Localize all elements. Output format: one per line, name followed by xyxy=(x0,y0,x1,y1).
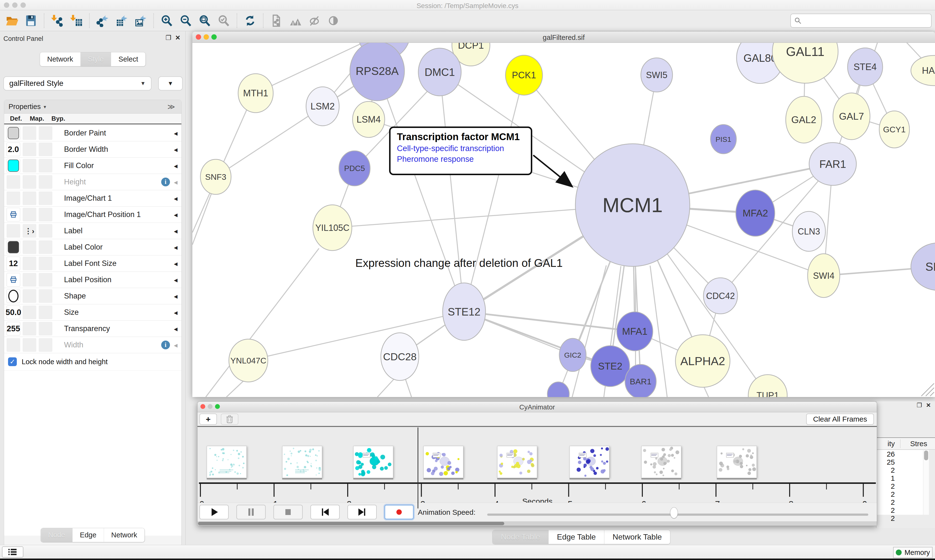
byp-cell[interactable] xyxy=(39,257,52,270)
zoom-fit-button[interactable] xyxy=(195,12,214,29)
skip-end-button[interactable] xyxy=(347,505,376,519)
def-cell[interactable] xyxy=(6,191,20,205)
network-edge[interactable] xyxy=(227,380,245,397)
network-node-gic2[interactable]: GIC2 xyxy=(559,338,586,371)
network-node-dmc1[interactable]: DMC1 xyxy=(418,48,461,96)
property-row-image-chart-position-1[interactable]: Image/Chart Position 1◂ xyxy=(4,206,181,223)
network-edge[interactable] xyxy=(406,379,412,397)
memory-button[interactable]: Memory xyxy=(893,547,933,558)
network-edge[interactable] xyxy=(926,388,934,396)
tab-select[interactable]: Select xyxy=(111,52,146,66)
map-cell[interactable] xyxy=(23,175,36,189)
network-edge[interactable] xyxy=(377,71,464,312)
expand-arrow-icon[interactable]: ◂ xyxy=(174,211,177,219)
network-edge[interactable] xyxy=(930,392,934,396)
pause-button[interactable] xyxy=(236,505,265,519)
network-node-rps28a[interactable]: RPS28A xyxy=(350,43,404,101)
table-cell[interactable]: 2 xyxy=(876,482,923,490)
table-cell[interactable]: 26 xyxy=(876,450,923,458)
map-cell[interactable] xyxy=(23,322,36,335)
network-node-slt2[interactable]: SLT2 xyxy=(911,243,935,291)
network-node-mfa1[interactable]: MFA1 xyxy=(617,312,653,351)
cyanimator-titlebar[interactable]: CyAnimator xyxy=(197,402,877,412)
tab-node[interactable]: Node xyxy=(41,528,73,542)
expand-arrow-icon[interactable]: ◂ xyxy=(174,145,177,154)
tab-network-table[interactable]: Network Table xyxy=(604,530,670,544)
network-node-mth1[interactable]: MTH1 xyxy=(238,74,273,112)
map-cell[interactable] xyxy=(23,240,36,254)
network-edge[interactable] xyxy=(192,192,212,245)
network-node-gal2[interactable]: GAL2 xyxy=(786,96,822,143)
annotation-link[interactable]: Cell-type-specific transcription xyxy=(397,144,525,153)
byp-cell[interactable] xyxy=(39,143,52,156)
expand-arrow-icon[interactable]: ◂ xyxy=(174,178,177,186)
property-row-label-position[interactable]: Label Position◂ xyxy=(4,272,181,288)
table-cell[interactable]: 25 xyxy=(876,458,923,466)
export-network-button[interactable] xyxy=(93,12,112,29)
network-node-ste2[interactable]: STE2 xyxy=(591,346,630,386)
table-cell[interactable]: 1 xyxy=(876,474,923,482)
byp-cell[interactable] xyxy=(39,338,52,352)
byp-cell[interactable] xyxy=(39,322,52,335)
property-row-width[interactable]: Widthi◂ xyxy=(4,337,181,353)
network-node-alpha2[interactable]: ALPHA2 xyxy=(676,335,730,387)
network-node-far1[interactable]: FAR1 xyxy=(809,143,856,185)
zoom-selected-button[interactable] xyxy=(214,12,233,29)
network-edge[interactable] xyxy=(874,43,884,52)
property-row-border-width[interactable]: 2.0Border Width◂ xyxy=(4,142,181,158)
lock-size-checkbox[interactable]: ✓ xyxy=(8,357,17,366)
file-network-button[interactable] xyxy=(267,12,286,29)
map-cell[interactable] xyxy=(23,338,36,352)
map-cell[interactable] xyxy=(23,306,36,319)
property-row-transparency[interactable]: 255Transparency◂ xyxy=(4,321,181,337)
map-cell[interactable] xyxy=(23,143,36,156)
table-cell[interactable]: 2 xyxy=(876,490,923,498)
expand-arrow-icon[interactable]: ◂ xyxy=(174,325,177,333)
info-icon[interactable]: i xyxy=(161,341,170,349)
table-scrollbar[interactable] xyxy=(923,450,929,515)
byp-cell[interactable] xyxy=(39,273,52,286)
network-node-lsm2[interactable]: LSM2 xyxy=(306,87,339,126)
annotation-link[interactable]: Pheromone response xyxy=(397,154,525,164)
property-row-label-color[interactable]: Label Color◂ xyxy=(4,239,181,255)
network-node-ste4[interactable]: STE4 xyxy=(848,48,883,86)
clear-all-frames-button[interactable]: Clear All Frames xyxy=(806,414,874,425)
stop-button[interactable] xyxy=(273,505,302,519)
byp-cell[interactable] xyxy=(39,208,52,222)
property-row-border-paint[interactable]: Border Paint◂ xyxy=(4,125,181,142)
expand-arrow-icon[interactable]: ◂ xyxy=(174,227,177,235)
map-cell[interactable] xyxy=(23,273,36,286)
network-edge[interactable] xyxy=(704,386,708,397)
skip-start-button[interactable] xyxy=(310,505,339,519)
network-node-mfa2[interactable]: MFA2 xyxy=(736,190,775,236)
network-node-snf3[interactable]: SNF3 xyxy=(201,159,231,194)
annotation-text[interactable]: Expression change after deletion of GAL1 xyxy=(338,256,580,269)
add-frame-button[interactable]: + xyxy=(199,414,217,425)
map-cell[interactable] xyxy=(23,191,36,205)
network-node-gal11[interactable]: GAL11 xyxy=(772,43,838,83)
network-node-swi4[interactable]: SWI4 xyxy=(808,254,840,297)
byp-cell[interactable] xyxy=(39,126,52,140)
network-node-swi5[interactable]: SWI5 xyxy=(641,58,673,92)
def-cell[interactable] xyxy=(6,175,20,189)
table-column-stress[interactable]: Stres xyxy=(910,440,927,448)
import-network-button[interactable] xyxy=(48,12,67,29)
expand-arrow-icon[interactable]: ◂ xyxy=(174,292,177,300)
network-node-gal7[interactable]: GAL7 xyxy=(833,93,870,140)
search-input[interactable] xyxy=(802,17,923,25)
hide-details-button[interactable] xyxy=(305,12,324,29)
network-node-tup1[interactable]: TUP1 xyxy=(748,375,787,397)
def-cell[interactable] xyxy=(6,273,20,286)
property-row-height[interactable]: Heighti◂ xyxy=(4,174,181,190)
property-row-image-chart-1[interactable]: Image/Chart 1◂ xyxy=(4,190,181,206)
expand-arrow-icon[interactable]: ◂ xyxy=(174,194,177,203)
timeline-scrollbar-thumb[interactable] xyxy=(198,522,504,525)
panel-list-button[interactable] xyxy=(2,546,23,558)
expand-arrow-icon[interactable]: ◂ xyxy=(174,308,177,317)
map-cell[interactable]: ⋮› xyxy=(23,224,36,238)
import-table-button[interactable] xyxy=(67,12,86,29)
annotation-callout[interactable]: Transcription factor MCM1 Cell-type-spec… xyxy=(389,126,532,175)
expand-arrow-icon[interactable]: ◂ xyxy=(174,259,177,268)
network-node-pck1[interactable]: PCK1 xyxy=(506,55,543,95)
tab-edge[interactable]: Edge xyxy=(73,528,104,542)
